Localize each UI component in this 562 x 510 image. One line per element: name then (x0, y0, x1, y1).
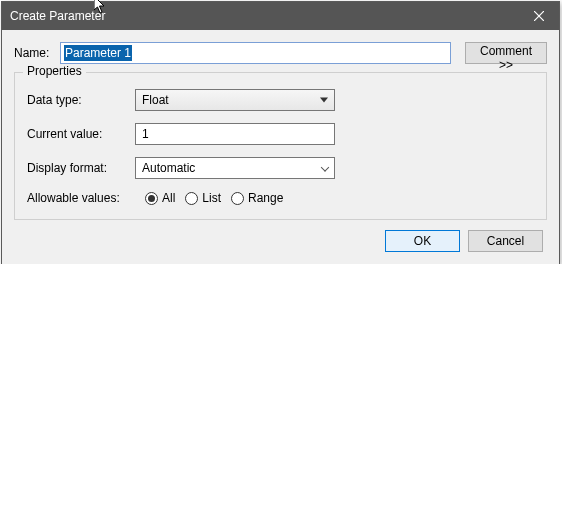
ok-button[interactable]: OK (385, 230, 460, 252)
dialog-body: Name: Parameter 1 Comment >> Properties … (2, 30, 559, 264)
display-format-row: Display format: Automatic (27, 157, 534, 179)
radio-list[interactable]: List (185, 191, 221, 205)
titlebar: Create Parameter (2, 2, 559, 30)
allowable-values-row: Allowable values: All List Range (27, 191, 534, 205)
properties-group: Properties Data type: Float Current valu… (14, 72, 547, 220)
data-type-value: Float (142, 93, 169, 107)
current-value-row: Current value: (27, 123, 534, 145)
radio-list-label: List (202, 191, 221, 205)
radio-icon (185, 192, 198, 205)
name-input-wrapper: Parameter 1 (60, 42, 451, 64)
dialog-title: Create Parameter (10, 9, 519, 23)
data-type-dropdown[interactable]: Float (135, 89, 335, 111)
name-row: Name: Parameter 1 Comment >> (14, 42, 547, 64)
data-type-row: Data type: Float (27, 89, 534, 111)
chevron-down-icon (321, 163, 329, 171)
dialog-footer: OK Cancel (14, 220, 547, 254)
current-value-input[interactable] (135, 123, 335, 145)
name-label: Name: (14, 46, 54, 60)
name-input[interactable] (60, 42, 451, 64)
cancel-button[interactable]: Cancel (468, 230, 543, 252)
data-type-label: Data type: (27, 93, 135, 107)
create-parameter-dialog: Create Parameter Name: Parameter 1 Comme… (1, 1, 560, 264)
radio-icon (231, 192, 244, 205)
comment-button[interactable]: Comment >> (465, 42, 547, 64)
radio-all[interactable]: All (145, 191, 175, 205)
display-format-dropdown[interactable]: Automatic (135, 157, 335, 179)
radio-icon (145, 192, 158, 205)
display-format-label: Display format: (27, 161, 135, 175)
close-icon (534, 11, 544, 21)
display-format-value: Automatic (142, 161, 195, 175)
allowable-values-label: Allowable values: (27, 191, 135, 205)
radio-all-label: All (162, 191, 175, 205)
radio-range-label: Range (248, 191, 283, 205)
close-button[interactable] (519, 2, 559, 30)
current-value-label: Current value: (27, 127, 135, 141)
radio-range[interactable]: Range (231, 191, 283, 205)
chevron-down-icon (320, 98, 328, 103)
properties-legend: Properties (23, 64, 86, 78)
